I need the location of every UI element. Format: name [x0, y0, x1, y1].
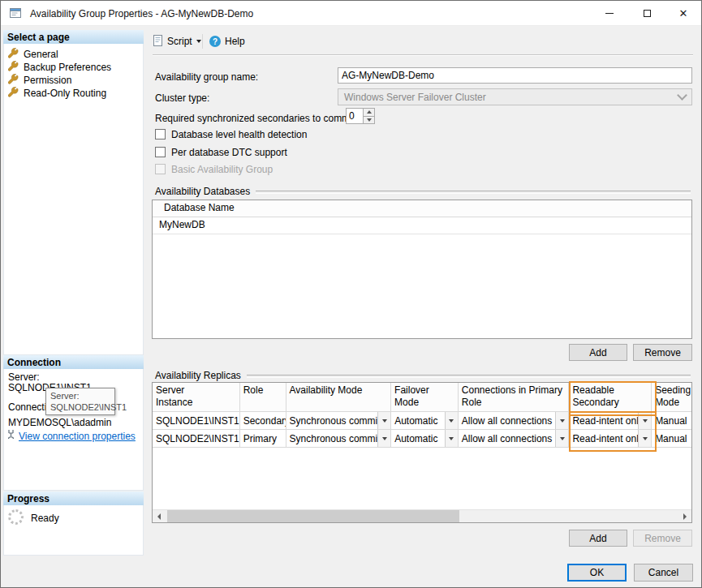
- availability-group-properties-dialog: Availability Group Properties - AG-MyNew…: [0, 0, 702, 588]
- view-connection-properties-link[interactable]: View connection properties: [19, 431, 136, 442]
- wrench-icon: [8, 87, 19, 100]
- readable-secondary-value: Read-intent only: [569, 415, 638, 427]
- script-icon: [153, 35, 163, 49]
- chevron-down-icon[interactable]: [445, 412, 458, 429]
- server-tooltip: Server: SQLNODE2\INST1: [45, 388, 115, 415]
- stepper-down-button[interactable]: [364, 117, 375, 125]
- scroll-left-button[interactable]: [153, 510, 166, 522]
- ok-button[interactable]: OK: [567, 564, 627, 582]
- chevron-down-icon[interactable]: [445, 430, 458, 447]
- sidebar-item-read-only-routing[interactable]: Read-Only Routing: [8, 87, 106, 99]
- dtc-support-checkbox-label: Per database DTC support: [171, 147, 287, 158]
- connection-properties-icon: [6, 429, 16, 442]
- sidebar-item-permission[interactable]: Permission: [8, 74, 71, 86]
- chevron-down-icon: [196, 40, 201, 43]
- availability-mode-dropdown[interactable]: Synchronous commit: [286, 430, 392, 448]
- toolbar-separator: [202, 34, 203, 49]
- database-row[interactable]: MyNewDB: [153, 217, 691, 234]
- col-failover-mode-header: Failover Mode: [391, 383, 459, 412]
- remove-button-label: Remove: [644, 347, 681, 358]
- maximize-button[interactable]: [628, 1, 665, 25]
- server-instance-cell[interactable]: SQLNODE2\INST1: [153, 430, 240, 448]
- col-seeding-mode-header: Seeding Mode: [652, 383, 691, 412]
- databases-column-header: Database Name: [153, 200, 691, 217]
- ok-button-label: OK: [590, 567, 604, 578]
- role-cell[interactable]: Secondary: [240, 412, 286, 430]
- minimize-button[interactable]: [591, 1, 628, 25]
- basic-ag-checkbox-label: Basic Availability Group: [171, 164, 273, 175]
- availability-mode-dropdown[interactable]: Synchronous commit: [286, 412, 392, 430]
- horizontal-scrollbar[interactable]: [153, 509, 691, 522]
- databases-table: Database Name MyNewDB: [152, 200, 692, 339]
- scrollbar-track[interactable]: [166, 510, 678, 522]
- seeding-mode-cell[interactable]: Manual: [652, 430, 691, 448]
- col-server-instance-header: Server Instance: [153, 383, 240, 412]
- databases-add-button[interactable]: Add: [569, 344, 627, 361]
- chevron-down-icon[interactable]: [638, 430, 651, 447]
- databases-group-header: Availability Databases: [155, 186, 691, 197]
- chevron-down-icon[interactable]: [377, 412, 390, 429]
- readable-secondary-dropdown[interactable]: Read-intent only: [569, 412, 652, 430]
- title-bar[interactable]: Availability Group Properties - AG-MyNew…: [1, 1, 701, 26]
- cluster-type-value: Windows Server Failover Cluster: [344, 92, 486, 103]
- sidebar-item-backup-preferences[interactable]: Backup Preferences: [8, 61, 111, 73]
- help-button[interactable]: ? Help: [209, 32, 245, 51]
- ag-name-input[interactable]: [338, 67, 692, 84]
- sidebar-item-label: General: [24, 49, 58, 60]
- cancel-button[interactable]: Cancel: [634, 564, 693, 582]
- replica-row[interactable]: SQLNODE2\INST1 Primary Synchronous commi…: [153, 430, 691, 448]
- replicas-table: Server Instance Role Availability Mode F…: [152, 382, 692, 523]
- db-health-checkbox[interactable]: [155, 129, 166, 139]
- add-button-label: Add: [589, 347, 606, 358]
- cancel-button-label: Cancel: [648, 567, 678, 578]
- databases-remove-button[interactable]: Remove: [633, 344, 692, 361]
- dtc-support-checkbox[interactable]: [155, 147, 166, 157]
- connections-dropdown[interactable]: Allow all connections: [459, 430, 570, 448]
- databases-group-label: Availability Databases: [155, 186, 250, 197]
- chevron-down-icon[interactable]: [377, 430, 390, 447]
- connection-value: MYDEMOSQL\adadmin: [8, 417, 111, 428]
- seeding-mode-cell[interactable]: Manual: [652, 412, 691, 430]
- script-label: Script: [167, 36, 192, 47]
- down-arrow-icon: [367, 118, 372, 122]
- replica-row[interactable]: SQLNODE1\INST1 Secondary Synchronous com…: [153, 412, 691, 430]
- script-button[interactable]: Script: [153, 32, 201, 51]
- chevron-down-icon[interactable]: [555, 412, 568, 429]
- failover-mode-dropdown[interactable]: Automatic: [391, 430, 459, 448]
- scroll-right-button[interactable]: [678, 510, 691, 522]
- basic-ag-checkbox: [155, 164, 166, 174]
- availability-mode-value: Synchronous commit: [286, 433, 378, 444]
- progress-spinner-icon: [8, 509, 24, 525]
- cluster-type-dropdown: Windows Server Failover Cluster: [338, 88, 692, 105]
- required-secondaries-stepper[interactable]: [346, 108, 375, 124]
- chevron-down-icon[interactable]: [555, 430, 568, 447]
- replicas-group-label: Availability Replicas: [155, 370, 241, 381]
- failover-mode-dropdown[interactable]: Automatic: [391, 412, 459, 430]
- left-arrow-icon: [157, 513, 161, 520]
- scrollbar-thumb[interactable]: [167, 510, 459, 522]
- connection-header: Connection: [3, 355, 144, 369]
- up-arrow-icon: [367, 110, 372, 114]
- role-cell[interactable]: Primary: [240, 430, 286, 448]
- help-label: Help: [225, 36, 245, 47]
- add-button-label: Add: [589, 533, 606, 544]
- replicas-add-button[interactable]: Add: [569, 530, 627, 547]
- sidebar-item-label: Permission: [24, 75, 71, 86]
- server-instance-cell[interactable]: SQLNODE1\INST1: [153, 412, 240, 430]
- col-connections-header: Connections in Primary Role: [459, 383, 570, 412]
- connections-dropdown[interactable]: Allow all connections: [459, 412, 570, 430]
- wrench-icon: [8, 74, 19, 87]
- col-readable-secondary-header: Readable Secondary: [569, 383, 652, 412]
- sidebar-item-general[interactable]: General: [8, 48, 58, 60]
- group-divider-line: [247, 375, 691, 378]
- readable-secondary-dropdown[interactable]: Read-intent only: [569, 430, 652, 448]
- required-secondaries-input[interactable]: [346, 108, 364, 124]
- chevron-down-icon[interactable]: [638, 412, 651, 429]
- minimize-icon: [605, 13, 614, 14]
- stepper-up-button[interactable]: [364, 108, 375, 117]
- connections-value: Allow all connections: [459, 415, 556, 427]
- cluster-type-label: Cluster type:: [155, 92, 209, 104]
- close-button[interactable]: ✕: [665, 1, 702, 25]
- toolbar-divider: [153, 54, 693, 56]
- progress-status: Ready: [31, 513, 59, 524]
